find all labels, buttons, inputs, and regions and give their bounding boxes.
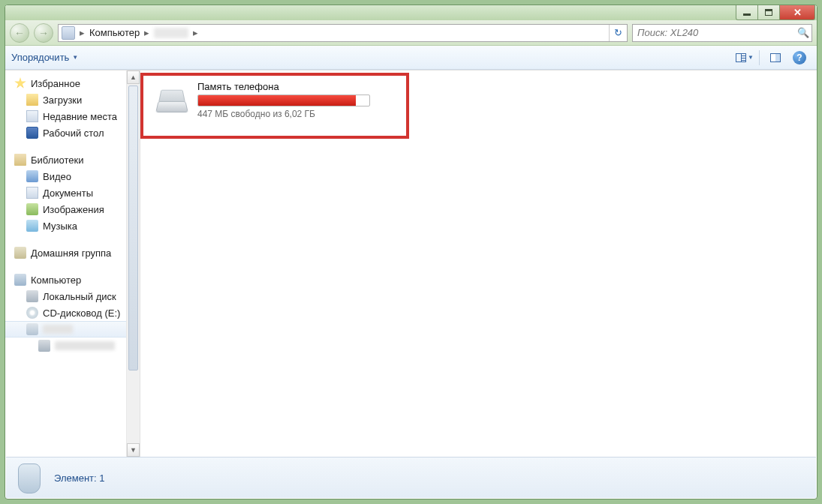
body: Избранное Загрузки Недавние места Рабочи… (5, 70, 817, 457)
breadcrumb-device[interactable] (154, 28, 188, 38)
tree-homegroup[interactable]: Домашняя группа (5, 244, 126, 261)
minimize-icon (743, 14, 751, 16)
minimize-button[interactable] (736, 5, 758, 20)
close-icon: ✕ (793, 7, 802, 18)
tree-label: Компьютер (31, 274, 81, 286)
tree-videos[interactable]: Видео (5, 168, 126, 184)
explorer-window: ✕ ← → ▸ Компьютер ▸ ▸ ↻ 🔍 Упорядочить ▼ … (5, 4, 817, 500)
folder-icon (26, 94, 38, 106)
forward-arrow-icon: → (38, 27, 49, 39)
location-icon (62, 26, 75, 40)
view-icon (736, 53, 746, 62)
pictures-icon (26, 203, 38, 215)
video-icon (26, 170, 38, 182)
content-pane[interactable]: Память телефона 447 МБ свободно из 6,02 … (140, 70, 817, 457)
tree-device-selected[interactable] (5, 321, 126, 338)
preview-pane-icon (770, 53, 781, 62)
breadcrumb-separator-icon[interactable]: ▸ (191, 27, 200, 38)
organize-menu[interactable]: Упорядочить ▼ (11, 52, 78, 63)
tree-label: Рабочий стол (43, 128, 104, 139)
tree-cd-drive[interactable]: CD-дисковод (E:) (5, 304, 126, 321)
tree-downloads[interactable]: Загрузки (5, 92, 126, 108)
tree-documents[interactable]: Документы (5, 184, 126, 201)
address-bar: ← → ▸ Компьютер ▸ ▸ ↻ 🔍 (5, 20, 817, 46)
tree-group-computer: Компьютер Локальный диск CD-дисковод (E:… (5, 272, 126, 354)
tree-label: CD-дисковод (E:) (43, 308, 120, 319)
dropdown-icon: ▼ (72, 54, 78, 61)
navigation-pane: Избранное Загрузки Недавние места Рабочи… (5, 70, 140, 457)
tree-device-child[interactable] (5, 338, 126, 354)
tree-label: Избранное (31, 78, 80, 89)
document-icon (26, 187, 38, 199)
sidebar-scrollbar[interactable]: ▲ ▼ (126, 70, 140, 457)
storage-icon (38, 340, 50, 352)
dropdown-icon: ▼ (748, 54, 754, 61)
tree-label: Видео (43, 171, 71, 182)
computer-icon (14, 274, 26, 286)
status-bar: Элемент: 1 (6, 457, 816, 498)
tree-label: Недавние места (43, 111, 117, 122)
status-device-icon (14, 460, 45, 495)
libraries-icon (14, 154, 26, 166)
back-arrow-icon: ← (14, 27, 25, 39)
tree-group-favorites: Избранное Загрузки Недавние места Рабочи… (5, 75, 126, 141)
refresh-button[interactable]: ↻ (609, 25, 627, 41)
breadcrumb-computer[interactable]: Компьютер (86, 25, 143, 41)
star-icon (14, 77, 26, 89)
organize-label: Упорядочить (11, 52, 69, 63)
tree-label: Домашняя группа (31, 248, 111, 259)
tree-music[interactable]: Музыка (5, 218, 126, 234)
homegroup-icon (14, 247, 26, 259)
maximize-icon (765, 9, 772, 16)
tree: Избранное Загрузки Недавние места Рабочи… (5, 75, 140, 354)
recent-icon (26, 110, 38, 122)
window-buttons: ✕ (736, 5, 815, 20)
search-box[interactable]: 🔍 (632, 24, 812, 42)
status-text: Элемент: 1 (54, 472, 104, 484)
scroll-thumb[interactable] (128, 86, 138, 370)
breadcrumb-bar[interactable]: ▸ Компьютер ▸ ▸ ↻ (58, 24, 628, 42)
tree-label: Музыка (43, 220, 77, 232)
preview-pane-button[interactable] (764, 50, 787, 66)
tree-label: Изображения (43, 204, 104, 215)
device-icon (26, 323, 38, 335)
help-icon: ? (793, 51, 806, 64)
tree-label (55, 341, 115, 350)
back-button[interactable]: ← (10, 23, 29, 43)
tree-libraries[interactable]: Библиотеки (5, 152, 126, 168)
toolbar: Упорядочить ▼ ▼ ? (5, 46, 817, 70)
tree-label: Загрузки (43, 94, 82, 106)
cd-icon (26, 307, 38, 319)
tree-group-homegroup: Домашняя группа (5, 244, 126, 261)
forward-button[interactable]: → (34, 23, 53, 43)
help-button[interactable]: ? (788, 50, 811, 66)
tree-label: Документы (43, 188, 93, 199)
music-icon (26, 220, 38, 232)
tree-label (43, 325, 73, 334)
view-button[interactable]: ▼ (733, 50, 756, 66)
maximize-button[interactable] (757, 5, 780, 20)
scroll-down-button[interactable]: ▼ (127, 443, 140, 457)
scroll-up-button[interactable]: ▲ (127, 70, 140, 84)
tree-label: Локальный диск (43, 291, 116, 302)
search-icon[interactable]: 🔍 (795, 27, 811, 38)
tree-group-libraries: Библиотеки Видео Документы Изображения М… (5, 152, 126, 234)
tree-computer[interactable]: Компьютер (5, 272, 126, 288)
separator (759, 50, 760, 65)
desktop-icon (26, 127, 38, 139)
tree-local-disk[interactable]: Локальный диск (5, 288, 126, 304)
hdd-icon (26, 290, 38, 302)
search-input[interactable] (633, 27, 795, 38)
breadcrumb-separator-icon[interactable]: ▸ (143, 27, 151, 38)
tree-label: Библиотеки (31, 154, 83, 166)
drive-icon (154, 86, 190, 116)
tree-pictures[interactable]: Изображения (5, 201, 126, 218)
close-button[interactable]: ✕ (779, 5, 815, 20)
tree-desktop[interactable]: Рабочий стол (5, 124, 126, 141)
refresh-icon: ↻ (614, 27, 622, 38)
tree-favorites[interactable]: Избранное (5, 75, 126, 92)
titlebar[interactable]: ✕ (5, 5, 817, 20)
tree-recent[interactable]: Недавние места (5, 108, 126, 124)
breadcrumb-separator-icon[interactable]: ▸ (78, 27, 86, 38)
